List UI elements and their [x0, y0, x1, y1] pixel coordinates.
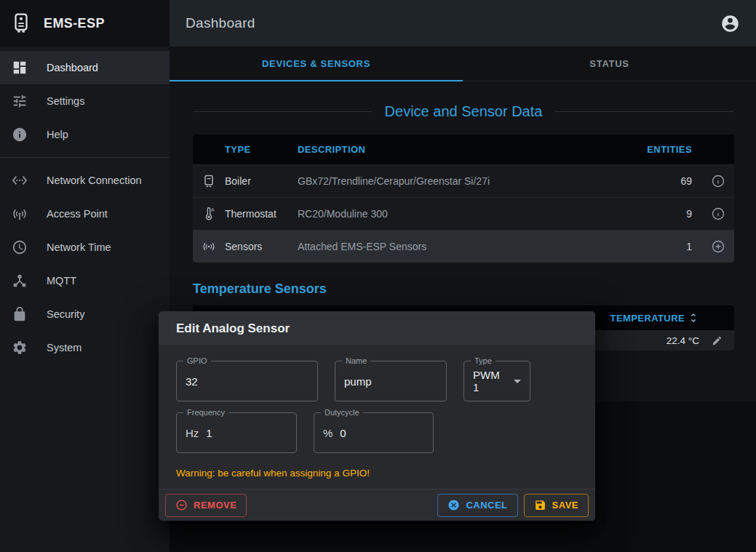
remove-circle-icon [175, 499, 188, 511]
cell-entities: 1 [622, 241, 702, 252]
cell-type: Thermostat [225, 208, 298, 220]
sidebar-item-help[interactable]: Help [0, 118, 170, 151]
dutycycle-field[interactable]: Dutycycle % [314, 412, 434, 453]
account-icon[interactable] [720, 14, 740, 33]
frequency-input[interactable] [206, 427, 287, 439]
sidebar-item-label: Security [47, 308, 84, 320]
sidebar-item-label: Help [47, 129, 68, 140]
save-button[interactable]: SAVE [524, 494, 589, 517]
temperature-sensors-title: Temperature Sensors [193, 281, 734, 297]
app-title: EMS-ESP [44, 16, 105, 31]
page-title: Dashboard [186, 15, 255, 31]
type-select[interactable]: Type PWM 1 [463, 361, 530, 401]
info-circle-icon[interactable] [711, 207, 725, 221]
topbar: Dashboard [170, 0, 756, 47]
table-row-thermostat[interactable]: A Thermostat RC20/Moduline 300 9 [193, 197, 734, 230]
sidebar-item-label: Settings [47, 95, 84, 107]
device-table: TYPE DESCRIPTION ENTITIES Boiler GBx72/T… [193, 135, 734, 263]
dialog-title: Edit Analog Sensor [159, 311, 595, 345]
divider-line [193, 111, 372, 112]
sidebar-item-label: Network Connection [47, 175, 142, 186]
cancel-circle-icon [447, 499, 460, 511]
cell-entities: 9 [622, 208, 702, 220]
header-entities: ENTITIES [622, 144, 702, 155]
dashboard-icon [12, 60, 28, 76]
sidebar-item-access-point[interactable]: Access Point [0, 197, 170, 231]
cell-description: Attached EMS-ESP Sensors [298, 241, 622, 252]
chevron-down-icon [514, 380, 521, 383]
sidebar-item-mqtt[interactable]: MQTT [0, 264, 170, 297]
clock-icon [12, 239, 28, 255]
gpio-field[interactable]: GPIO [176, 361, 318, 401]
svg-text:A: A [211, 207, 215, 212]
remove-button-label: REMOVE [194, 500, 236, 511]
sidebar-item-label: System [47, 342, 81, 353]
name-field[interactable]: Name [335, 361, 447, 401]
gpio-field-label: GPIO [183, 356, 211, 365]
device-table-header: TYPE DESCRIPTION ENTITIES [193, 135, 734, 164]
dutycycle-input[interactable] [340, 427, 424, 439]
boiler-icon [202, 174, 216, 188]
tab-bar: DEVICES & SENSORS STATUS [170, 47, 756, 81]
frequency-field-label: Frequency [183, 408, 228, 417]
sidebar-item-label: Access Point [47, 208, 108, 220]
save-button-label: SAVE [552, 500, 578, 511]
cancel-button-label: CANCEL [466, 500, 507, 511]
device-hub-icon [12, 273, 28, 289]
edit-pencil-icon[interactable] [712, 335, 723, 346]
boiler-logo-icon [10, 12, 32, 34]
sidebar-item-network-time[interactable]: Network Time [0, 231, 170, 264]
tab-status[interactable]: STATUS [463, 47, 756, 81]
wifi-tethering-icon [12, 206, 28, 222]
table-row-sensors[interactable]: Sensors Attached EMS-ESP Sensors 1 [193, 230, 734, 263]
sidebar-item-label: Network Time [47, 241, 111, 253]
sidebar: EMS-ESP Dashboard Settings Help [0, 0, 170, 552]
gpio-warning-text: Warning: be careful when assigning a GPI… [176, 468, 578, 479]
frequency-field[interactable]: Frequency Hz [176, 412, 297, 453]
sidebar-item-security[interactable]: Security [0, 297, 170, 331]
sidebar-item-label: Dashboard [47, 62, 98, 73]
table-row-boiler[interactable]: Boiler GBx72/Trendline/Cerapur/Greenstar… [193, 164, 734, 197]
cell-entities: 69 [622, 175, 702, 187]
save-icon [534, 499, 546, 511]
info-icon [12, 127, 28, 143]
add-circle-icon[interactable] [711, 239, 725, 254]
thermostat-icon: A [202, 207, 216, 221]
gear-icon [12, 340, 28, 356]
sidebar-divider [0, 157, 170, 158]
cell-type: Sensors [225, 241, 298, 252]
header-temperature: TEMPERATURE [610, 313, 685, 324]
remove-button[interactable]: REMOVE [165, 494, 247, 517]
frequency-unit: Hz [186, 427, 199, 439]
cell-description: RC20/Moduline 300 [298, 208, 622, 220]
header-description: DESCRIPTION [298, 144, 622, 155]
section-title: Device and Sensor Data [385, 103, 543, 120]
dutycycle-field-label: Dutycycle [321, 408, 363, 417]
cell-description: GBx72/Trendline/Cerapur/Greenstar Si/27i [298, 175, 622, 187]
section-header: Device and Sensor Data [193, 103, 734, 120]
tab-devices-sensors[interactable]: DEVICES & SENSORS [170, 47, 463, 81]
tune-icon [12, 93, 28, 109]
sort-icon[interactable] [688, 312, 699, 324]
edit-analog-sensor-dialog: Edit Analog Sensor GPIO Name Type PWM 1 … [159, 311, 595, 521]
name-field-label: Name [342, 356, 370, 365]
sidebar-item-dashboard[interactable]: Dashboard [0, 51, 170, 84]
sidebar-item-network-connection[interactable]: Network Connection [0, 164, 170, 197]
header-type: TYPE [225, 144, 298, 155]
ethernet-icon [12, 172, 28, 188]
type-field-label: Type [471, 356, 496, 365]
sidebar-item-system[interactable]: System [0, 331, 170, 364]
app-brand: EMS-ESP [0, 0, 170, 47]
type-select-value: PWM 1 [473, 369, 505, 393]
dialog-body: GPIO Name Type PWM 1 Frequency Hz Dutycy… [159, 345, 595, 489]
info-circle-icon[interactable] [711, 174, 725, 188]
gpio-input[interactable] [186, 375, 309, 388]
sensors-icon [202, 239, 216, 254]
sidebar-nav: Dashboard Settings Help Network Connecti [0, 47, 170, 369]
divider-line [555, 111, 734, 112]
cancel-button[interactable]: CANCEL [437, 494, 517, 517]
sidebar-item-settings[interactable]: Settings [0, 84, 170, 118]
cell-type: Boiler [225, 175, 298, 187]
name-input[interactable] [344, 375, 437, 388]
sidebar-item-label: MQTT [47, 275, 76, 287]
